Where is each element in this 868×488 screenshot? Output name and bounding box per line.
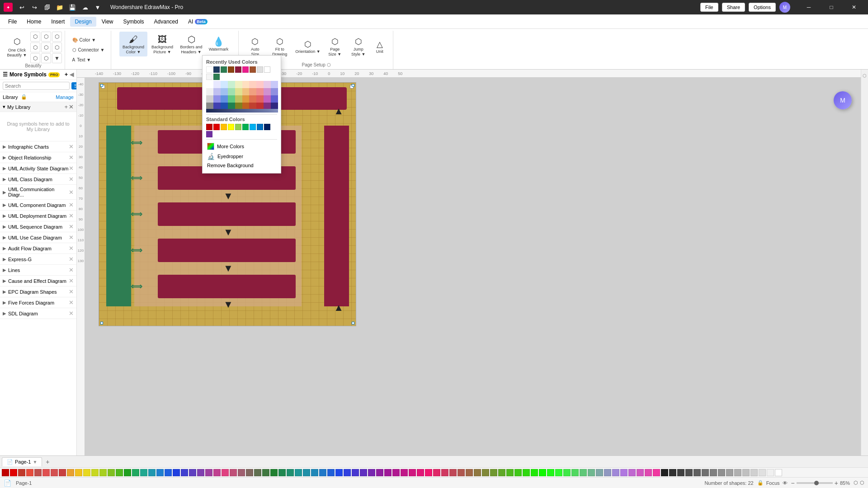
color-swatch[interactable] bbox=[221, 66, 227, 73]
beautify-icon-2[interactable]: ⬡ bbox=[41, 32, 51, 42]
color-swatch[interactable] bbox=[257, 66, 263, 73]
color-bar-swatch[interactable] bbox=[2, 469, 9, 476]
n9[interactable] bbox=[264, 95, 271, 103]
close-category-btn[interactable]: ✕ bbox=[69, 288, 74, 295]
std-color-1[interactable] bbox=[206, 124, 212, 130]
close-category-btn[interactable]: ✕ bbox=[69, 267, 74, 273]
n5[interactable] bbox=[235, 95, 242, 103]
menu-symbols[interactable]: Symbols bbox=[119, 17, 149, 27]
sidebar-item-uml-communication[interactable]: ▶ UML Communication Diagr... ✕ bbox=[0, 185, 76, 200]
color-bar-swatch[interactable] bbox=[580, 469, 587, 476]
remove-background-action[interactable]: Remove Background bbox=[206, 161, 277, 169]
color-bar-swatch[interactable] bbox=[344, 469, 351, 476]
zoom-out-btn[interactable]: − bbox=[791, 479, 795, 487]
menu-advanced[interactable]: Advanced bbox=[150, 17, 183, 27]
n10[interactable] bbox=[271, 95, 278, 103]
beautify-icon-3[interactable]: ⬡ bbox=[52, 32, 62, 42]
sidebar-item-express-g[interactable]: ▶ Express-G ✕ bbox=[0, 254, 76, 265]
green-column[interactable] bbox=[106, 126, 131, 306]
d5[interactable] bbox=[235, 103, 242, 109]
std-color-9[interactable] bbox=[264, 124, 270, 130]
text-btn[interactable]: A Text ▼ bbox=[70, 56, 107, 64]
color-bar-swatch[interactable] bbox=[637, 469, 644, 476]
color-bar-swatch[interactable] bbox=[327, 469, 335, 476]
color-bar-swatch[interactable] bbox=[278, 469, 286, 476]
sidebar-item-object-relationship[interactable]: ▶ Object Relationship ✕ bbox=[0, 152, 76, 163]
dark-red-row-4[interactable] bbox=[158, 239, 296, 262]
color-bar-swatch[interactable] bbox=[10, 469, 17, 476]
color-bar-swatch[interactable] bbox=[506, 469, 514, 476]
sidebar-item-uml-sequence[interactable]: ▶ UML Sequence Diagram ✕ bbox=[0, 221, 76, 232]
share-button[interactable]: Share bbox=[722, 3, 745, 12]
close-category-btn[interactable]: ✕ bbox=[69, 256, 74, 263]
color-bar-swatch[interactable] bbox=[222, 469, 229, 476]
close-category-btn[interactable]: ✕ bbox=[69, 223, 74, 230]
d1[interactable] bbox=[206, 103, 213, 109]
publish-button[interactable]: File bbox=[700, 3, 718, 12]
color-bar-swatch[interactable] bbox=[775, 469, 782, 476]
beautify-icon-6[interactable]: ⬡ bbox=[52, 42, 62, 52]
zoom-in-btn[interactable]: + bbox=[835, 479, 838, 487]
color-bar-swatch[interactable] bbox=[368, 469, 375, 476]
c2[interactable] bbox=[221, 81, 228, 88]
std-color-8[interactable] bbox=[257, 124, 263, 130]
cloud-btn[interactable]: ☁ bbox=[80, 2, 90, 13]
close-category-btn[interactable]: ✕ bbox=[69, 176, 74, 183]
m4[interactable] bbox=[228, 88, 235, 95]
close-category-btn[interactable]: ✕ bbox=[69, 154, 74, 161]
add-library-btn[interactable]: + bbox=[64, 103, 68, 110]
color-bar-swatch[interactable] bbox=[702, 469, 709, 476]
n2[interactable] bbox=[213, 95, 221, 103]
color-bar-swatch[interactable] bbox=[425, 469, 432, 476]
color-bar-swatch[interactable] bbox=[571, 469, 579, 476]
color-swatch[interactable] bbox=[228, 66, 234, 73]
color-bar-swatch[interactable] bbox=[246, 469, 253, 476]
std-color-3[interactable] bbox=[221, 124, 227, 130]
fullscreen-btn[interactable]: ⬡ bbox=[860, 480, 864, 486]
menu-ai[interactable]: AI Beta bbox=[184, 17, 212, 27]
menu-view[interactable]: View bbox=[97, 17, 118, 27]
color-bar-swatch[interactable] bbox=[490, 469, 497, 476]
color-bar-swatch[interactable] bbox=[474, 469, 481, 476]
eyedropper-action[interactable]: 🔬 Eyedropper bbox=[206, 151, 277, 161]
c4[interactable] bbox=[235, 81, 242, 88]
color-bar-swatch[interactable] bbox=[588, 469, 595, 476]
std-color-5[interactable] bbox=[235, 124, 241, 130]
lock-icon[interactable]: 🔒 bbox=[757, 480, 764, 486]
more-colors-action[interactable]: More Colors bbox=[206, 141, 277, 151]
color-bar-swatch[interactable] bbox=[563, 469, 571, 476]
std-color-4[interactable] bbox=[228, 124, 234, 130]
color-bar-swatch[interactable] bbox=[189, 469, 196, 476]
color-bar-swatch[interactable] bbox=[734, 469, 741, 476]
sidebar-item-uml-component[interactable]: ▶ UML Component Diagram ✕ bbox=[0, 200, 76, 211]
menu-home[interactable]: Home bbox=[22, 17, 46, 27]
close-category-btn[interactable]: ✕ bbox=[69, 245, 74, 252]
color-swatch[interactable] bbox=[213, 66, 220, 73]
color-bar-swatch[interactable] bbox=[75, 469, 82, 476]
sidebar-item-uml-usecase[interactable]: ▶ UML Use Case Diagram ✕ bbox=[0, 232, 76, 243]
search-input[interactable] bbox=[3, 82, 70, 90]
close-category-btn[interactable]: ✕ bbox=[69, 165, 74, 172]
sidebar-item-cause-effect[interactable]: ▶ Cause and Effect Diagram ✕ bbox=[0, 276, 76, 286]
color-bar-swatch[interactable] bbox=[677, 469, 684, 476]
color-swatch[interactable] bbox=[242, 66, 249, 73]
unit-btn[interactable]: △ Unit bbox=[371, 32, 389, 62]
menu-file[interactable]: File bbox=[4, 17, 21, 27]
std-color-6[interactable] bbox=[242, 124, 249, 130]
close-category-btn[interactable]: ✕ bbox=[69, 202, 74, 208]
redo-btn[interactable]: ↪ bbox=[29, 2, 40, 13]
undo-btn[interactable]: ↩ bbox=[16, 2, 27, 13]
right-panel-btn[interactable]: ⬡ bbox=[863, 73, 867, 78]
n7[interactable] bbox=[249, 95, 256, 103]
color-bar-swatch[interactable] bbox=[91, 469, 99, 476]
save-btn[interactable]: 💾 bbox=[67, 2, 78, 13]
color-bar-swatch[interactable] bbox=[148, 469, 156, 476]
sidebar-item-sdl[interactable]: ▶ SDL Diagram ✕ bbox=[0, 308, 76, 319]
color-bar-swatch[interactable] bbox=[498, 469, 505, 476]
fit-circle-btn[interactable]: M bbox=[834, 91, 852, 109]
close-category-btn[interactable]: ✕ bbox=[69, 189, 74, 196]
fit-btn[interactable]: ⬡ bbox=[854, 480, 858, 486]
one-click-beautify-btn[interactable]: ⬡ One ClickBeautify ▼ bbox=[5, 35, 29, 60]
d10[interactable] bbox=[271, 103, 278, 109]
color-bar-swatch[interactable] bbox=[295, 469, 302, 476]
